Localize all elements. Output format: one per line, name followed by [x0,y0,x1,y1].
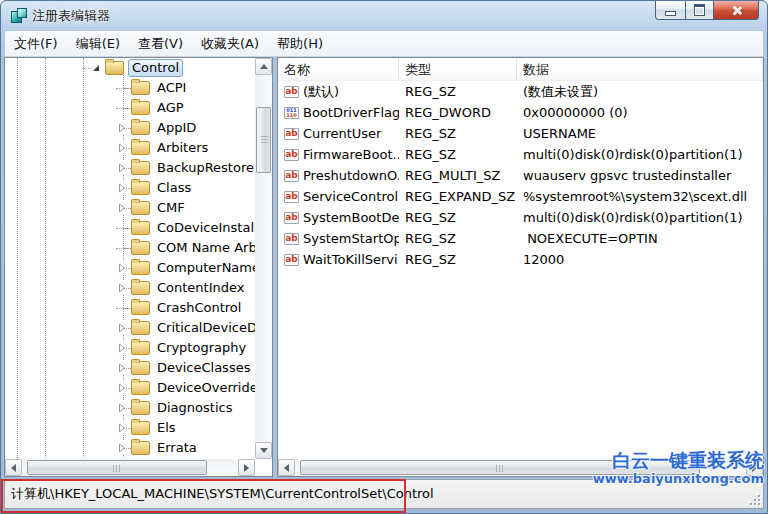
registry-value-row[interactable]: SystemBootDe... REG_SZ multi(0)disk(0)rd… [278,207,763,228]
close-button[interactable] [713,1,759,20]
tree-horizontal-scrollbar[interactable] [5,459,255,476]
minimize-icon [665,11,676,16]
folder-icon [131,261,150,275]
tree-item[interactable]: CoDeviceInstallers [5,218,255,238]
tree-expander-icon[interactable] [115,161,129,175]
tree-expander-icon[interactable] [115,341,129,355]
value-name: WaitToKillServi... [303,252,399,267]
maximize-button[interactable] [685,1,713,20]
folder-icon [131,101,150,115]
tree-item-label: CMF [154,200,188,216]
tree-expander-icon[interactable] [115,241,129,255]
tree-item[interactable]: CriticalDeviceDatabase [5,318,255,338]
tree-item[interactable]: Els [5,418,255,438]
registry-tree-panel: Control ACPI [4,57,273,477]
tree-item-label: Els [154,420,179,436]
folder-icon [131,341,150,355]
tree-item[interactable]: Class [5,178,255,198]
tree-expander-icon[interactable] [115,381,129,395]
registry-value-row[interactable]: CurrentUser REG_SZ USERNAME [278,123,763,144]
title-bar[interactable]: 注册表编辑器 [4,1,764,30]
folder-icon [131,381,150,395]
tree-item[interactable]: ContentIndex [5,278,255,298]
folder-icon [131,361,150,375]
registry-value-row[interactable]: BootDriverFlags REG_DWORD 0x00000000 (0) [278,102,763,123]
tree-expander-icon[interactable] [115,201,129,215]
menu-item[interactable]: 帮助(H) [268,32,332,56]
resize-grip[interactable] [749,494,761,506]
scroll-left-arrow[interactable] [278,459,295,476]
tree-expander-icon[interactable] [115,401,129,415]
tree-item-label: Cryptography [154,340,249,356]
menu-item[interactable]: 文件(F) [5,32,67,56]
scroll-down-arrow[interactable] [255,442,272,459]
column-header-type[interactable]: 类型 [399,58,517,80]
tree-expander-icon[interactable] [115,121,129,135]
registry-value-row[interactable]: (默认) REG_SZ (数值未设置) [278,81,763,102]
scroll-right-arrow[interactable] [238,459,255,476]
value-type: REG_SZ [399,147,517,162]
tree-item[interactable]: AGP [5,98,255,118]
tree-item[interactable]: Cryptography [5,338,255,358]
tree-item[interactable]: FileSystem [5,458,255,459]
tree-expander-icon[interactable] [115,81,129,95]
tree-vscroll-thumb[interactable] [256,107,271,173]
tree-item[interactable]: AppID [5,118,255,138]
tree-expander-icon[interactable] [115,441,129,455]
tree-expander-icon[interactable] [115,221,129,235]
tree-expander-icon[interactable] [115,141,129,155]
tree-expander-icon[interactable] [89,61,103,75]
registry-value-row[interactable]: PreshutdownO... REG_MULTI_SZ wuauserv gp… [278,165,763,186]
tree-item[interactable]: Control [5,58,255,78]
tree-item-label: CoDeviceInstallers [154,220,255,236]
tree-item[interactable]: DeviceClasses [5,358,255,378]
tree-vertical-scrollbar[interactable] [255,58,272,459]
tree-item[interactable]: ACPI [5,78,255,98]
tree-item[interactable]: Arbiters [5,138,255,158]
tree-expander-icon[interactable] [115,281,129,295]
value-type: REG_SZ [399,210,517,225]
tree-item[interactable]: Errata [5,438,255,458]
scroll-up-arrow[interactable] [255,58,272,75]
registry-value-row[interactable]: FirmwareBoot... REG_SZ multi(0)disk(0)rd… [278,144,763,165]
value-type-icon [284,128,299,140]
tree-expander-icon[interactable] [115,321,129,335]
tree-item[interactable]: CMF [5,198,255,218]
column-header-data[interactable]: 数据 [517,58,763,80]
tree-expander-icon[interactable] [115,101,129,115]
value-type-icon [284,233,299,245]
tree-expander-icon[interactable] [115,181,129,195]
status-bar-path: 计算机\HKEY_LOCAL_MACHINE\SYSTEM\CurrentCon… [11,485,434,503]
main-body: Control ACPI [4,57,764,477]
tree-item[interactable]: Diagnostics [5,398,255,418]
registry-value-row[interactable]: SystemStartOp... REG_SZ NOEXECUTE=OPTIN [278,228,763,249]
registry-value-row[interactable]: WaitToKillServi... REG_SZ 12000 [278,249,763,270]
tree-expander-icon[interactable] [115,301,129,315]
window-title: 注册表编辑器 [32,7,110,25]
registry-value-row[interactable]: ServiceControl... REG_EXPAND_SZ %systemr… [278,186,763,207]
menu-item[interactable]: 查看(V) [129,32,192,56]
column-header-name[interactable]: 名称 [278,58,399,80]
menu-item[interactable]: 收藏夹(A) [192,32,268,56]
registry-values-panel: 名称 类型 数据 (默认) REG_SZ (数值未设置) [277,57,764,477]
registry-editor-app-icon [10,8,26,24]
tree-item[interactable]: CrashControl [5,298,255,318]
tree-expander-icon[interactable] [115,421,129,435]
value-type: REG_SZ [399,126,517,141]
menu-item[interactable]: 编辑(E) [67,32,129,56]
tree-expander-icon[interactable] [115,361,129,375]
value-name: (默认) [303,83,339,101]
folder-icon [131,441,150,455]
value-name: ServiceControl... [303,189,399,204]
value-data: wuauserv gpsvc trustedinstaller [517,168,763,183]
value-type: REG_SZ [399,231,517,246]
scroll-left-arrow[interactable] [5,459,22,476]
tree-item[interactable]: BackupRestore [5,158,255,178]
tree-item[interactable]: DeviceOverrides [5,378,255,398]
tree-expander-icon[interactable] [115,261,129,275]
folder-icon [131,221,150,235]
tree-hscroll-thumb[interactable] [27,460,207,475]
minimize-button[interactable] [655,1,685,20]
tree-item[interactable]: ComputerName [5,258,255,278]
tree-item[interactable]: COM Name Arbiter [5,238,255,258]
